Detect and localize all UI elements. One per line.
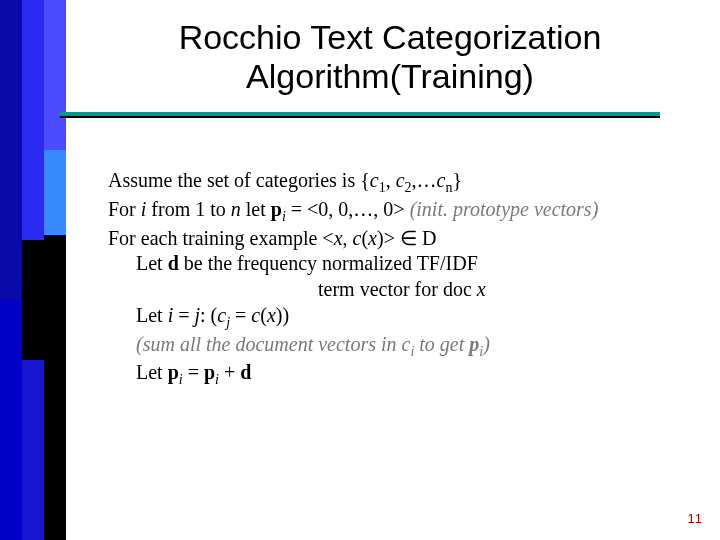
slide-title: Rocchio Text Categorization Algorithm(Tr… xyxy=(110,18,670,96)
line-8: Let pi = pi + d xyxy=(108,360,668,389)
slide-body: Assume the set of categories is {c1, c2,… xyxy=(108,168,668,389)
left-decoration xyxy=(0,0,70,540)
line-3: For each training example <x, c(x)> ∈ D xyxy=(108,226,668,252)
line-5: term vector for doc x xyxy=(108,277,668,303)
title-underline-black xyxy=(60,116,660,118)
line-2: For i from 1 to n let pi = <0, 0,…, 0> (… xyxy=(108,197,668,226)
line-4: Let d be the frequency normalized TF/IDF xyxy=(108,251,668,277)
page-number: 11 xyxy=(688,511,702,526)
line-1: Assume the set of categories is {c1, c2,… xyxy=(108,168,668,197)
line-7: (sum all the document vectors in ci to g… xyxy=(108,332,668,361)
line-6: Let i = j: (cj = c(x)) xyxy=(108,303,668,332)
